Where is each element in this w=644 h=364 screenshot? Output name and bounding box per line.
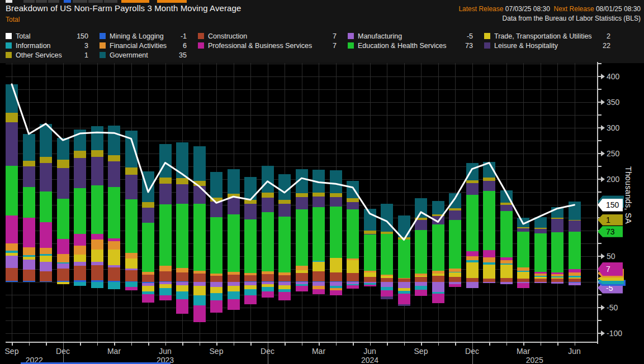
bar-segment[interactable] bbox=[517, 232, 529, 267]
bar-segment[interactable] bbox=[210, 217, 222, 274]
bar-segment[interactable] bbox=[125, 287, 138, 290]
bar-segment[interactable] bbox=[159, 204, 172, 266]
bar-segment[interactable] bbox=[449, 284, 461, 288]
bar-segment[interactable] bbox=[466, 262, 479, 278]
bar-segment[interactable] bbox=[40, 262, 52, 271]
bar-segment[interactable] bbox=[262, 291, 274, 298]
bar-segment[interactable] bbox=[500, 257, 513, 261]
bar-segment[interactable] bbox=[398, 294, 410, 304]
bar-segment[interactable] bbox=[466, 278, 479, 282]
bar-segment[interactable] bbox=[23, 187, 35, 218]
bar-segment[interactable] bbox=[569, 221, 581, 232]
bar-segment[interactable] bbox=[500, 205, 513, 211]
bar-segment[interactable] bbox=[278, 272, 291, 276]
bar-segment[interactable] bbox=[6, 251, 18, 253]
bar-segment[interactable] bbox=[381, 278, 393, 282]
bar-segment[interactable] bbox=[228, 291, 240, 300]
bar-segment[interactable] bbox=[483, 250, 495, 257]
bar-segment[interactable] bbox=[142, 208, 154, 223]
bar-segment[interactable] bbox=[57, 264, 69, 269]
bar-segment[interactable] bbox=[210, 274, 222, 276]
bar-segment[interactable] bbox=[262, 198, 274, 212]
bar-segment[interactable] bbox=[159, 284, 172, 288]
bar-segment[interactable] bbox=[432, 216, 444, 224]
bar-segment[interactable] bbox=[23, 255, 35, 257]
bar-segment[interactable] bbox=[210, 287, 222, 293]
bar-segment[interactable] bbox=[381, 296, 393, 300]
bar-segment[interactable] bbox=[23, 166, 35, 187]
bar-segment[interactable] bbox=[364, 231, 376, 234]
bar-segment[interactable] bbox=[193, 204, 206, 271]
bar-segment[interactable] bbox=[278, 292, 291, 300]
bar-segment[interactable] bbox=[23, 247, 35, 255]
bar-segment[interactable] bbox=[6, 268, 18, 281]
bar-segment[interactable] bbox=[364, 277, 376, 282]
bar-segment[interactable] bbox=[347, 181, 359, 198]
bar-segment[interactable] bbox=[500, 278, 513, 282]
bar-segment[interactable] bbox=[449, 208, 461, 210]
bar-segment[interactable] bbox=[40, 124, 52, 157]
bar-segment[interactable] bbox=[330, 197, 342, 207]
bar-segment[interactable] bbox=[483, 181, 495, 191]
bar-segment[interactable] bbox=[244, 219, 257, 274]
bar-segment[interactable] bbox=[142, 223, 154, 271]
bar-segment[interactable] bbox=[193, 282, 206, 286]
bar-segment[interactable] bbox=[74, 255, 86, 262]
bar-segment[interactable] bbox=[193, 181, 206, 186]
bar-segment[interactable] bbox=[159, 178, 172, 184]
bar-segment[interactable] bbox=[262, 212, 274, 271]
bar-segment[interactable] bbox=[551, 207, 564, 218]
bar-segment[interactable] bbox=[500, 264, 513, 265]
bar-segment[interactable] bbox=[398, 237, 410, 240]
bar-segment[interactable] bbox=[312, 282, 325, 286]
bar-segment[interactable] bbox=[483, 265, 495, 279]
bar-segment[interactable] bbox=[483, 262, 495, 265]
bar-segment[interactable] bbox=[364, 234, 376, 235]
bar-segment[interactable] bbox=[466, 260, 479, 262]
bar-segment[interactable] bbox=[23, 218, 35, 247]
bar-segment[interactable] bbox=[40, 256, 52, 262]
bar-segment[interactable] bbox=[500, 211, 513, 257]
bar-segment[interactable] bbox=[262, 193, 274, 198]
bar-segment[interactable] bbox=[210, 282, 222, 287]
bar-segment[interactable] bbox=[159, 184, 172, 204]
bar-segment[interactable] bbox=[228, 299, 240, 309]
bar-segment[interactable] bbox=[364, 272, 376, 276]
bar-segment[interactable] bbox=[142, 272, 154, 275]
bar-segment[interactable] bbox=[262, 274, 274, 281]
bar-segment[interactable] bbox=[23, 260, 35, 270]
bar-segment[interactable] bbox=[262, 271, 274, 275]
bar-segment[interactable] bbox=[381, 275, 393, 276]
bar-segment[interactable] bbox=[40, 281, 52, 282]
bar-segment[interactable] bbox=[6, 84, 18, 113]
bar-segment[interactable] bbox=[312, 271, 325, 281]
bar-segment[interactable] bbox=[466, 180, 479, 184]
bar-segment[interactable] bbox=[569, 220, 581, 221]
bar-segment[interactable] bbox=[142, 294, 154, 303]
bar-segment[interactable] bbox=[125, 282, 138, 287]
bar-segment[interactable] bbox=[466, 282, 479, 288]
bar-segment[interactable] bbox=[193, 271, 206, 274]
bar-segment[interactable] bbox=[449, 220, 461, 269]
bar-segment[interactable] bbox=[466, 183, 479, 194]
bar-segment[interactable] bbox=[40, 222, 52, 248]
bar-segment[interactable] bbox=[517, 271, 529, 272]
bar-segment[interactable] bbox=[534, 233, 547, 272]
bar-segment[interactable] bbox=[500, 203, 513, 205]
bar-segment[interactable] bbox=[176, 178, 188, 184]
bar-segment[interactable] bbox=[347, 198, 359, 202]
bar-segment[interactable] bbox=[551, 232, 564, 272]
bar-segment[interactable] bbox=[193, 146, 206, 181]
bar-segment[interactable] bbox=[228, 282, 240, 286]
bar-segment[interactable] bbox=[347, 273, 359, 281]
bar-segment[interactable] bbox=[40, 157, 52, 163]
bar-segment[interactable] bbox=[125, 199, 138, 253]
bar-segment[interactable] bbox=[210, 276, 222, 282]
bar-segment[interactable] bbox=[330, 258, 342, 272]
bar-segment[interactable] bbox=[91, 250, 103, 262]
bar-segment[interactable] bbox=[296, 193, 308, 197]
bar-segment[interactable] bbox=[381, 276, 393, 278]
bar-segment[interactable] bbox=[330, 207, 342, 258]
bar-segment[interactable] bbox=[551, 272, 564, 275]
bar-segment[interactable] bbox=[210, 202, 222, 217]
